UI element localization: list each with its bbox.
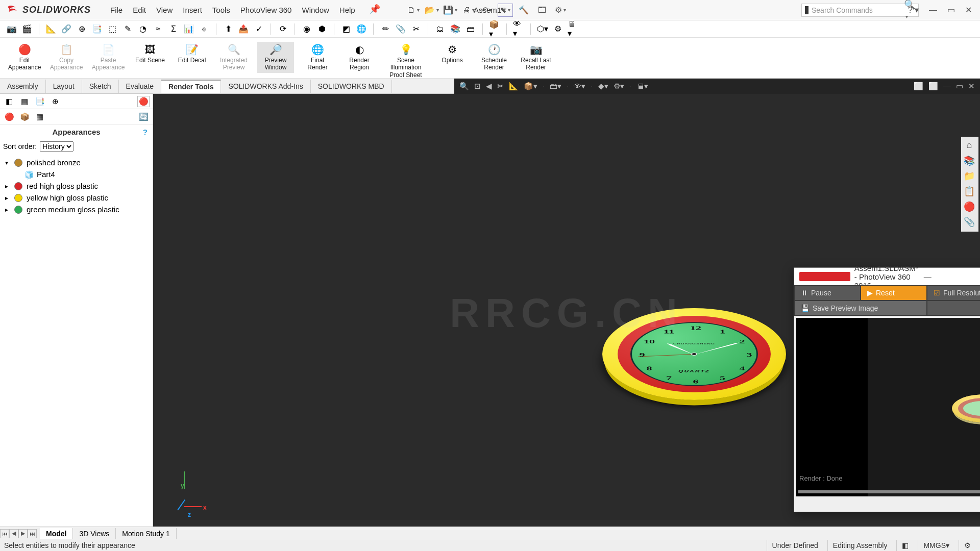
schedule-render-button[interactable]: 🕐Schedule Render — [476, 42, 512, 73]
sort-order-select[interactable]: History — [40, 141, 74, 152]
tab-mbd[interactable]: SOLIDWORKS MBD — [311, 80, 392, 93]
help-icon[interactable]: ? — [143, 128, 148, 136]
appearance-item-part4[interactable]: 🧊 Part4 — [4, 168, 149, 180]
menu-help[interactable]: Help — [335, 4, 359, 16]
paste-appearance-button[interactable]: 📄Paste Appearance — [90, 42, 127, 73]
minimize-icon[interactable]: — — [926, 6, 940, 15]
panel-tab-dim-icon[interactable]: ⊕ — [49, 96, 61, 107]
nav-next-icon[interactable]: ▶ — [18, 529, 28, 538]
status-flag-icon[interactable]: ◧ — [896, 540, 914, 551]
nav-prev-icon[interactable]: ◀ — [9, 529, 18, 538]
tool12-icon[interactable]: ⬆ — [223, 23, 234, 35]
dimension-icon[interactable]: 📐 — [45, 23, 57, 35]
taskpane-custom-icon[interactable]: 📎 — [963, 216, 975, 229]
settings-button[interactable]: ⚙ — [553, 4, 568, 17]
bottom-tab-motion[interactable]: Motion Study 1 — [116, 528, 176, 539]
hide-show-icon[interactable]: 🗃▾ — [550, 82, 561, 91]
final-render-button[interactable]: 🌐Final Render — [299, 42, 336, 73]
subtab-appearance-icon[interactable]: 🔴 — [3, 111, 15, 122]
appearance-item-green[interactable]: ▸ green medium gloss plastic — [4, 204, 149, 215]
nav-first-icon[interactable]: ⏮ — [0, 529, 9, 538]
tool17-icon[interactable]: ⬢ — [316, 23, 328, 35]
appearance-item-bronze[interactable]: ▾ polished bronze — [4, 157, 149, 168]
tool15-icon[interactable]: ⟳ — [277, 23, 288, 35]
camera-icon[interactable]: 📷 — [6, 23, 17, 35]
menu-file[interactable]: File — [106, 4, 127, 16]
bottom-tab-model[interactable]: Model — [40, 528, 73, 539]
panel-tab-property-icon[interactable]: ▦ — [18, 96, 31, 107]
tab-render-tools[interactable]: Render Tools — [161, 80, 221, 93]
preview-window-button[interactable]: 🔎Preview Window — [257, 42, 294, 73]
open-button[interactable]: 📂 — [424, 4, 439, 17]
bottom-tab-3dviews[interactable]: 3D Views — [73, 528, 116, 539]
appearance-item-yellow[interactable]: ▸ yellow high gloss plastic — [4, 192, 149, 204]
graphics-viewport[interactable]: CHUANGSHENG QUARTZ 12 1 2 3 4 5 6 7 8 9 … — [153, 94, 980, 533]
tool5-icon[interactable]: ⬚ — [107, 23, 118, 35]
scene-illumination-button[interactable]: 💡Scene Illumination Proof Sheet — [383, 42, 429, 80]
pv-min-icon[interactable]: — — [919, 272, 980, 281]
pin-icon[interactable]: 📌 — [369, 4, 380, 16]
vp-btn2-icon[interactable]: ⬜ — [928, 82, 938, 91]
tool10-icon[interactable]: 📊 — [183, 23, 194, 35]
display-style-icon[interactable]: 📦▾ — [524, 82, 537, 91]
expand-icon[interactable]: ▸ — [5, 206, 10, 213]
tool16-icon[interactable]: ◉ — [301, 23, 312, 35]
tool24-icon[interactable]: 📚 — [450, 23, 461, 35]
tool3-icon[interactable]: ⊕ — [76, 23, 87, 35]
edit-appearance-button[interactable]: 🔴Edit Appearance — [6, 42, 43, 73]
section-icon[interactable]: ✂ — [497, 82, 504, 91]
help-dropdown-icon[interactable]: ? ▾ — [905, 5, 922, 15]
tool29-icon[interactable]: ⚙ — [552, 23, 564, 35]
close-icon[interactable]: ✕ — [962, 5, 975, 15]
zoom-fit-icon[interactable]: 🔍 — [459, 82, 469, 91]
subtab-refresh-icon[interactable]: 🔄 — [137, 111, 150, 122]
tab-evaluate[interactable]: Evaluate — [119, 80, 161, 93]
view-settings-icon[interactable]: ⚙▾ — [614, 82, 624, 91]
menu-view[interactable]: View — [152, 4, 177, 16]
panel-tab-feature-icon[interactable]: ◧ — [3, 96, 15, 107]
subtab-scene-icon[interactable]: 📦 — [18, 111, 31, 122]
status-extra-icon[interactable]: ⚙ — [959, 540, 976, 551]
nav-last-icon[interactable]: ⏭ — [28, 529, 37, 538]
tool21-icon[interactable]: 📎 — [395, 23, 406, 35]
taskpane-library-icon[interactable]: 📚 — [963, 155, 975, 167]
tool6-icon[interactable]: ✎ — [122, 23, 133, 35]
sigma-icon[interactable]: Σ — [168, 23, 179, 35]
collapse-icon[interactable]: ▾ — [5, 159, 10, 166]
tool26-icon[interactable]: 📦▾ — [489, 23, 500, 35]
vp-max-icon[interactable]: ▭ — [956, 82, 963, 91]
taskpane-view-icon[interactable]: 📋 — [963, 186, 975, 198]
view-eye-icon[interactable]: 👁▾ — [574, 82, 585, 91]
integrated-preview-button[interactable]: 🔍Integrated Preview — [215, 42, 252, 73]
taskpane-home-icon[interactable]: ⌂ — [963, 140, 975, 152]
panel-tab-display-icon[interactable]: 🔴 — [137, 96, 150, 107]
expand-icon[interactable]: ▸ — [5, 194, 10, 202]
vp-min-icon[interactable]: — — [943, 82, 951, 90]
tool11-icon[interactable]: ⟐ — [199, 23, 210, 35]
save-button[interactable]: 💾 — [443, 4, 458, 17]
pv-pause-button[interactable]: ⏸Pause — [794, 285, 861, 300]
menu-insert[interactable]: Insert — [179, 4, 206, 16]
tool20-icon[interactable]: ✏ — [380, 23, 391, 35]
tool19-icon[interactable]: 🌐 — [356, 23, 367, 35]
display-icon[interactable]: 🖥▾ — [636, 82, 648, 91]
render-options-button[interactable]: ⚙Options — [434, 42, 471, 65]
menu-tools[interactable]: Tools — [208, 4, 234, 16]
subtab-decal-icon[interactable]: ▦ — [34, 111, 46, 122]
taskpane-explorer-icon[interactable]: 📁 — [963, 170, 975, 183]
tool30-icon[interactable]: 🖥▾ — [568, 23, 579, 35]
rebuild-button[interactable]: 🔨 — [516, 4, 531, 17]
tool4-icon[interactable]: 📑 — [91, 23, 103, 35]
expand-icon[interactable]: ▸ — [5, 183, 10, 190]
view-orient-icon[interactable]: 📐 — [509, 82, 519, 91]
restore-icon[interactable]: ▭ — [944, 5, 958, 15]
axis-triad[interactable]: x y z — [174, 482, 209, 517]
menu-photoview360[interactable]: PhotoView 360 — [236, 4, 296, 16]
search-commands[interactable]: 🔍 — [801, 4, 919, 17]
menu-edit[interactable]: Edit — [129, 4, 150, 16]
appearance-item-red[interactable]: ▸ red high gloss plastic — [4, 180, 149, 192]
tool27-icon[interactable]: 👁▾ — [513, 23, 524, 35]
clock-model[interactable]: CHUANGSHENG QUARTZ 12 1 2 3 4 5 6 7 8 9 … — [602, 308, 786, 380]
tool25-icon[interactable]: 🗃 — [465, 23, 476, 35]
search-input[interactable] — [812, 6, 901, 14]
